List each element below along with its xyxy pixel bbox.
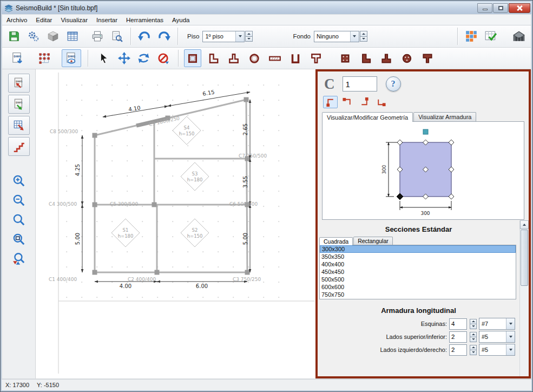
column-layout-button[interactable] <box>35 49 54 67</box>
esquinas-spinner[interactable] <box>470 319 477 329</box>
tab-rebar[interactable]: Visualizar Armadura <box>413 112 476 121</box>
save-button[interactable] <box>4 28 24 45</box>
help-button[interactable]: ? <box>386 76 401 92</box>
maximize-button[interactable] <box>493 3 508 13</box>
section-square-filled-button[interactable] <box>337 49 354 67</box>
insertion-bottom-right-button[interactable] <box>340 96 354 108</box>
lados-izq-der-input[interactable] <box>449 344 467 356</box>
title-bar[interactable]: SeismoBuild * [Sin título.bpf] <box>2 2 531 14</box>
view-3d-button[interactable] <box>43 28 63 45</box>
tab-geometry[interactable]: Visualizar/Modificar Geometría <box>322 112 413 122</box>
section-preview[interactable]: 300 300 <box>322 121 524 220</box>
menu-ayuda[interactable]: Ayuda <box>168 16 194 24</box>
insertion-bottom-left-button[interactable] <box>323 96 338 108</box>
stairs-section-button[interactable] <box>8 137 30 156</box>
section-square-button[interactable] <box>184 49 201 67</box>
print-button[interactable] <box>88 28 107 45</box>
piso-combobox[interactable]: 1º piso <box>202 31 245 42</box>
scroll-thumb[interactable] <box>521 230 528 286</box>
insertion-top-left-button[interactable] <box>373 96 388 108</box>
print-preview-button[interactable] <box>107 28 127 45</box>
section-wall-button[interactable] <box>266 49 284 67</box>
section-l-filled-button[interactable] <box>357 49 374 67</box>
rotate-tool-button[interactable] <box>134 49 153 67</box>
section-t-inverted-button[interactable] <box>225 49 242 67</box>
rotation-handle[interactable] <box>423 129 428 134</box>
svg-text:4.25: 4.25 <box>75 164 81 176</box>
piso-spinner[interactable] <box>245 31 253 42</box>
undo-button[interactable] <box>135 28 154 45</box>
zoom-extents-button[interactable] <box>10 211 28 228</box>
lados-izq-der-bar-dropdown-icon[interactable] <box>506 344 515 355</box>
drawing-canvas[interactable]: 4.10 6.15 2.65 3.55 5.00 4.25 5.00 4.00 … <box>36 69 315 378</box>
zoom-window-button[interactable] <box>10 230 28 248</box>
list-item[interactable]: 400x400 <box>320 260 516 268</box>
delete-tool-button[interactable] <box>153 49 173 67</box>
minimize-button[interactable] <box>477 3 492 13</box>
building-modeller-button[interactable] <box>462 28 481 45</box>
tab-cuadrada[interactable]: Cuadrada <box>319 237 353 245</box>
dwg-red-arrow-button[interactable]: DWG <box>8 74 30 93</box>
building-view-button[interactable] <box>509 28 529 45</box>
zoom-previous-button[interactable] <box>10 250 28 267</box>
menu-visualizar[interactable]: Visualizar <box>56 16 92 24</box>
menu-herramientas[interactable]: Herramientas <box>122 16 168 24</box>
fondo-dropdown-icon[interactable] <box>350 31 359 42</box>
select-tool-button[interactable] <box>95 49 114 67</box>
lados-izq-der-bar-combobox[interactable]: #5 <box>479 344 515 356</box>
lados-sup-inf-bar-dropdown-icon[interactable] <box>506 331 515 342</box>
section-size-list[interactable]: 300x300 350x350 400x400 450x450 500x500 … <box>319 245 516 299</box>
close-button[interactable] <box>509 3 530 13</box>
menu-editar[interactable]: Editar <box>31 16 56 24</box>
section-t-button[interactable] <box>307 49 325 67</box>
section-l-button[interactable] <box>205 49 222 67</box>
piso-dropdown-icon[interactable] <box>235 31 244 42</box>
tab-rectangular[interactable]: Rectangular <box>353 237 393 245</box>
menu-insertar[interactable]: Insertar <box>92 16 122 24</box>
redo-button[interactable] <box>154 28 174 45</box>
fondo-spin-down[interactable] <box>360 36 367 42</box>
list-item[interactable]: 500x500 <box>320 276 516 283</box>
import-dwg-button[interactable]: DWG <box>8 49 27 67</box>
lados-izq-der-spin-down[interactable] <box>470 350 477 355</box>
scroll-up-button[interactable] <box>520 220 529 229</box>
dwg-overlay-button[interactable]: DWG <box>62 49 81 67</box>
list-item[interactable]: 300x300 <box>320 245 516 253</box>
grid-settings-button[interactable] <box>63 28 82 45</box>
panel-scrollbar[interactable] <box>519 220 529 376</box>
grid-red-arrow-button[interactable] <box>8 116 30 135</box>
lados-sup-inf-spin-down[interactable] <box>470 337 477 342</box>
section-circular-filled-button[interactable] <box>398 49 416 67</box>
fondo-spinner[interactable] <box>360 31 367 42</box>
menu-archivo[interactable]: Archivo <box>2 16 31 24</box>
esquinas-bar-combobox[interactable]: #7 <box>479 318 515 330</box>
section-circular-button[interactable] <box>246 49 263 67</box>
zoom-out-button[interactable] <box>10 191 28 209</box>
section-t-filled-button[interactable] <box>419 49 436 67</box>
move-tool-button[interactable] <box>114 49 134 67</box>
list-item[interactable]: 600x600 <box>320 283 516 291</box>
standard-section-tabs: Cuadrada Rectangular <box>318 236 519 245</box>
insertion-top-right-button[interactable] <box>357 96 371 108</box>
esquinas-bar-dropdown-icon[interactable] <box>506 318 515 329</box>
lados-izq-der-spinner[interactable] <box>470 345 477 355</box>
floor-plan[interactable]: 4.10 6.15 2.65 3.55 5.00 4.25 5.00 4.00 … <box>36 69 315 377</box>
section-t-inverted-filled-button[interactable] <box>378 49 395 67</box>
fondo-combobox[interactable]: Ninguno <box>314 31 359 42</box>
piso-spin-down[interactable] <box>245 36 253 42</box>
lados-sup-inf-input[interactable] <box>449 331 467 343</box>
dwg-green-arrow-button[interactable]: DWG <box>8 95 30 114</box>
code-check-button[interactable] <box>481 28 501 45</box>
section-u-button[interactable] <box>287 49 304 67</box>
lados-sup-inf-spinner[interactable] <box>470 332 477 342</box>
settings-button[interactable] <box>24 28 43 45</box>
lados-sup-inf-bar-combobox[interactable]: #5 <box>479 331 515 343</box>
insertion-top-left-icon <box>376 97 386 107</box>
list-item[interactable]: 350x350 <box>320 253 516 260</box>
zoom-in-button[interactable] <box>10 172 28 190</box>
list-item[interactable]: 750x750 <box>320 291 516 298</box>
esquinas-spin-down[interactable] <box>470 324 477 329</box>
list-item[interactable]: 450x450 <box>320 268 516 276</box>
section-number-input[interactable] <box>343 76 377 92</box>
esquinas-input[interactable] <box>449 318 467 330</box>
